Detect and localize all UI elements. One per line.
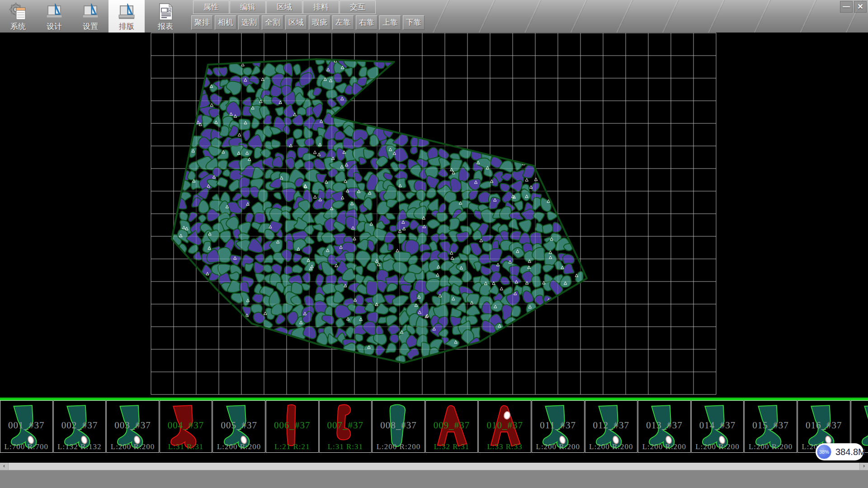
menu-properties[interactable]: 属性 [193,0,229,14]
window-bottom-bar [0,470,868,488]
piece-thumbnail[interactable]: 007_#37 L:31 R:31 [319,400,372,453]
tab-label: 排版 [108,21,145,32]
piece-thumbnail[interactable]: 014_#37 L:200 R:200 [691,400,744,453]
piece-thumbnail[interactable]: 002_#37 L:132 R:132 [53,400,106,453]
piece-name: 015_#37 [745,420,797,431]
cut-all-button[interactable]: 全割 [262,15,283,30]
menu-interact[interactable]: 交互 [340,0,376,14]
tab-label: 报表 [147,21,184,32]
piece-count-label: L:200 R:200 [373,442,425,451]
tool-button-row: 聚排相机选割全割区域瑕疵左靠右靠上靠下靠 [191,15,426,30]
piece-name: 004_#37 [160,420,212,431]
menu-region[interactable]: 区域 [266,0,302,14]
tab-design[interactable]: 设计 [36,0,72,33]
piece-thumbnail[interactable]: 009_#37 L:32 R:31 [425,400,478,453]
piece-thumbnail[interactable]: 004_#37 L:31 R:31 [160,400,212,453]
tab-label: 设计 [36,21,72,32]
piece-thumbnail[interactable]: 005_#37 L:200 R:200 [212,400,265,453]
piece-name: 012_#37 [585,420,637,431]
laptop-ruler-icon [108,0,145,21]
mode-tabs: 系统 设计 设置 排版 [0,0,184,33]
piece-name: 006_#37 [266,420,318,431]
align-right-button[interactable]: 右靠 [356,15,377,30]
piece-count-label: L:132 R:132 [54,442,106,451]
piece-thumbnail-strip: 001_#37 L:700 R:700 002_#37 L:132 R:132 … [0,400,868,454]
piece-name: 003_#37 [107,420,159,431]
piece-count-label: L:200 R:200 [107,442,159,451]
piece-thumbnail[interactable]: 008_#37 L:200 R:200 [372,400,425,453]
piece-thumbnail[interactable]: 015_#37 L:200 R:200 [744,400,797,453]
piece-name: 014_#37 [692,420,744,431]
piece-name: 013_#37 [638,420,690,431]
piece-thumbnail[interactable]: 013_#37 L:200 R:200 [638,400,691,453]
piece-name: 016_#37 [798,420,850,431]
piece-count-label: L:31 R:31 [160,442,212,451]
cluster-nest-button[interactable]: 聚排 [191,15,213,30]
align-bottom-button[interactable]: 下靠 [403,15,425,30]
select-cut-button[interactable]: 选割 [238,15,260,30]
close-button[interactable]: ✕ [854,1,867,13]
piece-name: 010_#37 [479,420,531,431]
piece-count-label: L:32 R:31 [426,442,478,451]
toolbar-hatch-decoration [425,0,868,33]
region-button[interactable]: 区域 [285,15,307,30]
piece-thumbnail[interactable]: 012_#37 L:200 R:200 [585,400,638,453]
piece-count-label: L:21 R:21 [266,442,318,451]
tab-report[interactable]: 报表 [147,0,184,33]
piece-name: 011_#37 [532,420,584,431]
piece-thumbnail[interactable]: 001_#37 L:700 R:700 [0,400,53,453]
piece-count-label: L:700 R:700 [0,442,52,451]
minimize-button[interactable]: — [840,1,853,13]
tab-label: 设置 [72,21,108,32]
piece-name: 007_#37 [320,420,372,431]
piece-thumbnail[interactable]: 011_#37 L:200 R:200 [532,400,585,453]
menu-nesting[interactable]: 排料 [303,0,339,14]
laptop-ruler-icon [72,0,108,21]
piece-thumbnail[interactable]: 010_#37 L:33 R:33 [478,400,531,453]
piece-count-label: L:200 R:200 [638,442,690,451]
window-controls: — ✕ [840,1,867,13]
tab-system[interactable]: 系统 [0,0,36,33]
piece-count-label: L:200 R:200 [213,442,265,451]
nesting-canvas[interactable] [0,33,868,398]
align-left-button[interactable]: 左靠 [332,15,354,30]
strip-separator [0,398,868,400]
scrollbar-track[interactable] [9,463,859,470]
piece-thumbnail[interactable]: 006_#37 L:21 R:21 [266,400,319,453]
scroll-right-arrow-icon[interactable]: › [859,463,868,470]
nesting-drawing [0,33,868,398]
laptop-ruler-icon [36,0,72,21]
tab-label: 系统 [0,21,36,32]
piece-count-label: L:200 R:200 [692,442,744,451]
memory-value: 384.8M [835,443,866,460]
tab-layout[interactable]: 排版 [108,0,145,33]
piece-count-label: L:33 R:33 [479,442,531,451]
piece-count-label: L:200 R:200 [585,442,637,451]
progress-circle: 38% [817,445,831,459]
piece-name: 009_#37 [426,420,478,431]
tab-settings[interactable]: 设置 [72,0,108,33]
piece-name: 005_#37 [213,420,265,431]
piece-count-label: L:200 R:200 [532,442,584,451]
menu-edit[interactable]: 编辑 [230,0,266,14]
piece-name: 002_#37 [54,420,106,431]
piece-name: 008_#37 [373,420,425,431]
piece-count-label: L:200 R:200 [745,442,797,451]
main-toolbar: 系统 设计 设置 排版 [0,0,868,33]
defect-button[interactable]: 瑕疵 [309,15,330,30]
horizontal-scrollbar[interactable]: ‹ › [0,463,868,470]
align-top-button[interactable]: 上靠 [379,15,401,30]
gear-table-icon [0,0,36,21]
camera-button[interactable]: 相机 [215,15,236,30]
menu-bar: 属性编辑区域排料交互 [193,0,376,14]
memory-status-badge[interactable]: 38% 384.8M [816,443,863,460]
piece-name: 001_#37 [0,420,52,431]
scroll-left-arrow-icon[interactable]: ‹ [0,463,9,470]
piece-thumbnail[interactable]: 003_#37 L:200 R:200 [106,400,159,453]
piece-count-label: L:31 R:31 [320,442,372,451]
report-doc-icon [147,0,184,21]
